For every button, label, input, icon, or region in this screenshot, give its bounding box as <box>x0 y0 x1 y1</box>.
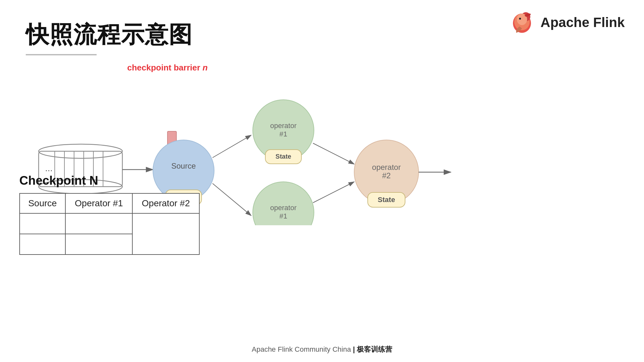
header: Apache Flink <box>509 10 625 35</box>
svg-line-34 <box>313 182 354 203</box>
table-cell <box>20 234 65 255</box>
svg-line-21 <box>213 135 251 158</box>
table-header-op1: Operator #1 <box>65 193 132 213</box>
barrier-text: checkpoint barrier <box>127 63 203 72</box>
checkpoint-table: Source Operator #1 Operator #2 <box>19 193 200 255</box>
table-cell <box>20 213 65 234</box>
svg-text:operator: operator <box>270 122 297 130</box>
checkpoint-title: Checkpoint N <box>19 174 98 188</box>
table-header-op2: Operator #2 <box>132 193 199 213</box>
svg-text:Source: Source <box>171 162 196 170</box>
svg-line-22 <box>213 183 251 216</box>
footer-bold: | 极客训练营 <box>353 345 392 353</box>
barrier-label: checkpoint barrier n <box>127 63 208 73</box>
svg-text:#1: #1 <box>279 212 287 220</box>
table-cell <box>65 234 132 255</box>
svg-text:State: State <box>378 196 395 204</box>
footer: Apache Flink Community China | 极客训练营 <box>252 345 393 354</box>
page-title: 快照流程示意图 <box>26 19 193 50</box>
svg-line-33 <box>313 143 354 164</box>
table-row <box>20 213 199 234</box>
svg-text:operator: operator <box>372 163 401 172</box>
svg-text:...: ... <box>45 163 52 173</box>
svg-text:#1: #1 <box>279 130 287 138</box>
table-cell <box>132 213 199 255</box>
svg-point-4 <box>519 18 521 20</box>
svg-text:#2: #2 <box>382 171 391 180</box>
table-cell <box>65 213 132 234</box>
svg-text:State: State <box>276 153 291 160</box>
footer-text: Apache Flink Community China <box>252 345 353 353</box>
title-underline <box>26 54 97 55</box>
barrier-italic: n <box>203 63 208 72</box>
svg-text:operator: operator <box>270 204 297 212</box>
flink-logo-icon <box>509 10 535 35</box>
table-header-source: Source <box>20 193 65 213</box>
header-title: Apache Flink <box>541 15 625 30</box>
